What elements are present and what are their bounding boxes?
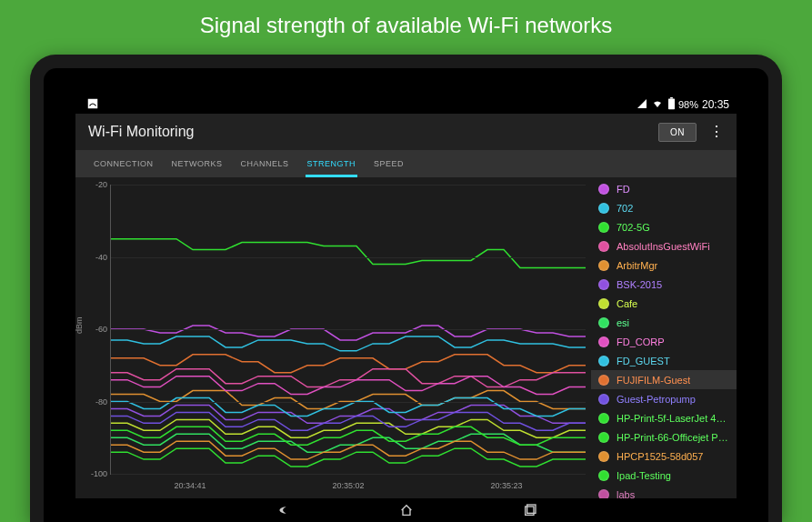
- legend-color-dot: [598, 356, 609, 366]
- legend-item[interactable]: AbsolutInsGuestWiFi: [591, 236, 737, 256]
- legend-color-dot: [598, 317, 609, 328]
- series-line: [111, 336, 586, 351]
- legend-label: 702-5G: [617, 222, 650, 233]
- legend-label: esi: [617, 317, 629, 328]
- battery-percent: 98%: [678, 99, 698, 110]
- legend-color-dot: [598, 375, 609, 386]
- y-tick: -80: [85, 397, 107, 407]
- legend-label: FD_CORP: [617, 336, 665, 347]
- chart: -20-40-60-80-10020:34:4120:35:0220:35:23: [110, 185, 586, 475]
- promo-title: Signal strength of available Wi-Fi netwo…: [0, 0, 812, 49]
- series-line: [111, 239, 586, 268]
- y-tick: -100: [85, 469, 107, 478]
- legend-item[interactable]: BSK-2015: [591, 275, 737, 294]
- svg-rect-1: [668, 98, 675, 109]
- y-tick: -20: [85, 180, 107, 189]
- screen: 98% 20:35 Wi-Fi Monitoring ON ⋮ CONNECTI…: [75, 95, 737, 522]
- legend-label: ArbitrMgr: [617, 260, 657, 271]
- status-bar: 98% 20:35: [75, 95, 737, 114]
- tab-networks[interactable]: NETWORKS: [163, 150, 232, 177]
- legend-item[interactable]: Ipad-Testing: [591, 466, 737, 485]
- tab-connection[interactable]: CONNECTION: [85, 150, 163, 177]
- legend-label: HP-Print-5f-LaserJet 400 MFP: [617, 413, 729, 424]
- legend-color-dot: [598, 279, 609, 290]
- series-line: [111, 326, 586, 340]
- series-line: [111, 441, 586, 459]
- y-axis-label: dBm: [75, 316, 84, 334]
- wifi-scan-icon: [86, 97, 99, 112]
- legend-item[interactable]: FD: [591, 179, 737, 198]
- legend-color-dot: [598, 298, 609, 309]
- y-tick: -60: [85, 325, 107, 334]
- legend-item[interactable]: Guest-Petropump: [591, 389, 737, 408]
- legend-color-dot: [598, 413, 609, 424]
- legend-label: Cafe: [617, 298, 637, 309]
- legend-item[interactable]: ArbitrMgr: [591, 256, 737, 275]
- legend-color-dot: [598, 241, 609, 252]
- legend-item[interactable]: FD_GUEST: [591, 351, 737, 370]
- legend-label: FD: [617, 184, 630, 195]
- clock: 20:35: [702, 98, 729, 111]
- legend-item[interactable]: labs: [591, 485, 737, 498]
- battery-icon: [667, 97, 676, 112]
- legend-color-dot: [598, 470, 609, 481]
- legend-label: HP-Print-66-Officejet Pro 8610: [617, 432, 729, 443]
- grid-line: [111, 329, 586, 330]
- legend-label: FD_GUEST: [617, 356, 670, 366]
- tab-speed[interactable]: SPEED: [365, 150, 413, 177]
- legend-item[interactable]: 702-5G: [591, 217, 737, 236]
- legend-label: FUJIFILM-Guest: [617, 375, 690, 386]
- legend-label: 702: [617, 203, 633, 214]
- legend-color-dot: [598, 336, 609, 347]
- app-title: Wi-Fi Monitoring: [88, 124, 194, 140]
- android-nav-bar: [75, 498, 737, 522]
- tablet-edge: 98% 20:35 Wi-Fi Monitoring ON ⋮ CONNECTI…: [44, 68, 768, 522]
- wifi-icon: [651, 98, 664, 111]
- series-line: [111, 355, 586, 373]
- series-line: [111, 427, 586, 445]
- grid-line: [111, 185, 586, 186]
- tablet-frame: 98% 20:35 Wi-Fi Monitoring ON ⋮ CONNECTI…: [30, 55, 782, 522]
- legend[interactable]: FD702702-5GAbsolutInsGuestWiFiArbitrMgrB…: [591, 177, 737, 498]
- x-tick: 20:35:02: [332, 481, 364, 490]
- series-line: [111, 369, 586, 387]
- legend-color-dot: [598, 222, 609, 233]
- content: dBm -20-40-60-80-10020:34:4120:35:0220:3…: [75, 177, 737, 498]
- legend-item[interactable]: HPCP1525-58d057: [591, 447, 737, 466]
- legend-item[interactable]: HP-Print-66-Officejet Pro 8610: [591, 427, 737, 447]
- overflow-menu-icon[interactable]: ⋮: [709, 125, 724, 139]
- series-line: [111, 398, 586, 417]
- legend-item[interactable]: FUJIFILM-Guest: [591, 370, 737, 389]
- grid-line: [111, 257, 586, 258]
- legend-item[interactable]: FD_CORP: [591, 332, 737, 351]
- legend-color-dot: [598, 203, 609, 214]
- tab-strength[interactable]: STRENGTH: [298, 150, 366, 177]
- recent-icon[interactable]: [523, 503, 537, 517]
- legend-item[interactable]: 702: [591, 198, 737, 217]
- svg-rect-2: [670, 97, 673, 98]
- monitoring-toggle[interactable]: ON: [658, 123, 697, 142]
- legend-item[interactable]: HP-Print-5f-LaserJet 400 MFP: [591, 408, 737, 427]
- legend-color-dot: [598, 394, 609, 405]
- y-tick: -40: [85, 253, 107, 262]
- series-line: [111, 376, 586, 395]
- chart-area[interactable]: dBm -20-40-60-80-10020:34:4120:35:0220:3…: [75, 177, 591, 498]
- legend-color-dot: [598, 451, 609, 462]
- grid-line: [111, 402, 586, 403]
- home-icon[interactable]: [399, 503, 414, 517]
- legend-item[interactable]: esi: [591, 313, 737, 332]
- series-line: [111, 405, 586, 423]
- tab-bar: CONNECTIONNETWORKSCHANNELSSTRENGTHSPEED: [75, 150, 737, 177]
- legend-label: Ipad-Testing: [617, 470, 671, 481]
- legend-color-dot: [598, 184, 609, 195]
- legend-label: labs: [617, 489, 635, 499]
- x-tick: 20:34:41: [174, 481, 206, 490]
- legend-label: BSK-2015: [617, 279, 662, 290]
- back-icon[interactable]: [276, 503, 290, 517]
- legend-item[interactable]: Cafe: [591, 294, 737, 313]
- tab-channels[interactable]: CHANNELS: [232, 150, 298, 177]
- legend-color-dot: [598, 260, 609, 271]
- app-bar: Wi-Fi Monitoring ON ⋮: [75, 114, 737, 150]
- x-tick: 20:35:23: [490, 481, 522, 490]
- grid-line: [111, 474, 586, 475]
